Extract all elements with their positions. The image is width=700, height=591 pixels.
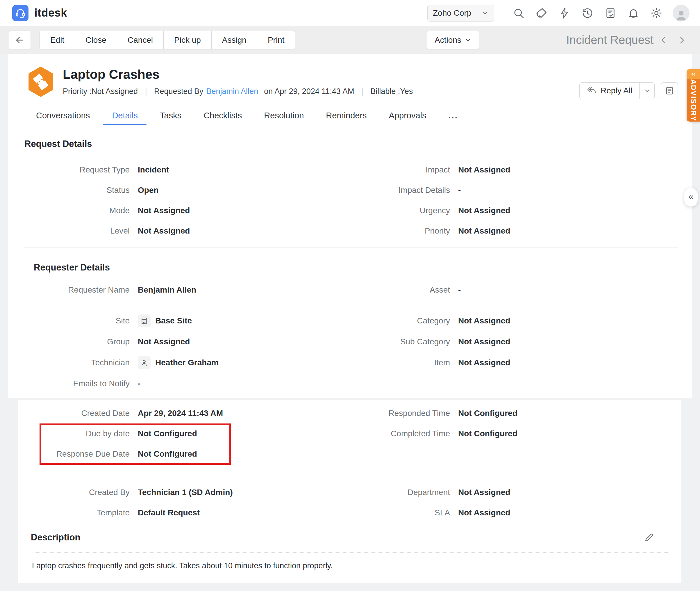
reply-all-button[interactable]: Reply All bbox=[580, 83, 639, 99]
section-divider bbox=[24, 248, 678, 248]
requester-details-grid: Site Base Site Category Not Assigned Gro… bbox=[8, 310, 692, 394]
reply-cluster: Reply All bbox=[579, 82, 678, 99]
field-value: Not Assigned bbox=[138, 337, 343, 346]
field-value: - bbox=[138, 379, 343, 388]
field-value: Not Assigned bbox=[458, 226, 692, 236]
advisory-collapse[interactable] bbox=[687, 69, 700, 79]
notifications-bell-icon[interactable] bbox=[627, 6, 640, 20]
field-value: Not Configured bbox=[138, 449, 343, 459]
tab-more[interactable]: ... bbox=[440, 106, 467, 125]
requested-on: on Apr 29, 2024 11:43 AM bbox=[264, 87, 354, 96]
building-icon bbox=[140, 317, 148, 325]
edit-description-button[interactable] bbox=[642, 531, 656, 544]
tab-tasks[interactable]: Tasks bbox=[151, 106, 190, 125]
dates-section: Created Date Apr 29, 2024 11:43 AM Respo… bbox=[18, 403, 681, 464]
search-icon[interactable] bbox=[512, 6, 525, 20]
field-value: - bbox=[458, 285, 692, 294]
request-title: Laptop Crashes bbox=[63, 67, 413, 82]
technician-value[interactable]: Heather Graham bbox=[155, 358, 219, 367]
field-value: Not Assigned bbox=[458, 206, 692, 215]
tab-conversations[interactable]: Conversations bbox=[27, 106, 98, 125]
field-value: Open bbox=[138, 186, 343, 195]
edit-button[interactable]: Edit bbox=[40, 31, 75, 50]
headset-icon bbox=[15, 8, 26, 19]
history-icon[interactable] bbox=[581, 6, 594, 20]
product-name: itdesk bbox=[34, 7, 67, 19]
field-value: Benjamin Allen bbox=[138, 285, 343, 294]
field-value: Not Assigned bbox=[458, 508, 681, 517]
requester-link[interactable]: Benjamin Allen bbox=[207, 87, 258, 96]
section-divider bbox=[27, 469, 673, 469]
page-type-label: Incident Request bbox=[566, 34, 653, 47]
top-bar: itdesk Zoho Corp bbox=[0, 0, 700, 26]
request-detail-card: Laptop Crashes Priority :Not Assigned | … bbox=[8, 54, 692, 398]
actionbar-right: Actions Incident Request bbox=[427, 31, 690, 50]
chevron-down-icon bbox=[481, 9, 489, 17]
site-chip bbox=[138, 314, 151, 327]
itdesk-logo[interactable] bbox=[12, 5, 28, 21]
description-header: Description bbox=[31, 530, 656, 545]
add-request-icon[interactable] bbox=[535, 6, 548, 20]
dates-grid: Created Date Apr 29, 2024 11:43 AM Respo… bbox=[18, 403, 681, 464]
org-selector[interactable]: Zoho Corp bbox=[427, 5, 494, 21]
field-label: Asset bbox=[351, 285, 450, 294]
close-button[interactable]: Close bbox=[75, 31, 117, 50]
feedback-icon[interactable] bbox=[604, 6, 617, 20]
field-value: Not Assigned bbox=[458, 337, 692, 346]
tab-resolution[interactable]: Resolution bbox=[255, 106, 312, 125]
settings-gear-icon[interactable] bbox=[650, 6, 663, 20]
right-panel-expand-button[interactable] bbox=[684, 188, 698, 206]
description-heading: Description bbox=[31, 532, 81, 543]
requester-top-grid: Requester Name Benjamin Allen Asset - bbox=[8, 280, 692, 300]
topbar-right-cluster: Zoho Corp bbox=[427, 5, 690, 21]
double-chevron-left-icon bbox=[690, 71, 697, 77]
double-chevron-left-icon bbox=[687, 193, 695, 201]
field-label: Impact Details bbox=[351, 186, 450, 195]
field-label: Created By bbox=[18, 488, 130, 497]
reply-options-caret[interactable] bbox=[639, 83, 654, 99]
field-label: Level bbox=[8, 226, 130, 236]
print-button[interactable]: Print bbox=[257, 31, 295, 50]
request-details-grid: Request Type Incident Impact Not Assigne… bbox=[8, 160, 692, 241]
advisory-tab[interactable]: ADVISORY bbox=[687, 69, 700, 122]
billable-value: Yes bbox=[400, 87, 413, 96]
field-label: SLA bbox=[351, 508, 450, 517]
instant-actions-icon[interactable] bbox=[558, 6, 571, 20]
assign-button[interactable]: Assign bbox=[211, 31, 257, 50]
field-value: Not Assigned bbox=[458, 165, 692, 175]
priority-value: Not Assigned bbox=[92, 87, 138, 96]
tab-bar: Conversations Details Tasks Checklists R… bbox=[8, 106, 692, 125]
previous-request-button[interactable] bbox=[656, 32, 672, 48]
action-bar: Edit Close Cancel Pick up Assign Print A… bbox=[0, 26, 700, 54]
site-value[interactable]: Base Site bbox=[155, 316, 192, 325]
request-subtitle: Priority :Not Assigned | Requested By Be… bbox=[63, 86, 413, 96]
actions-dropdown-label: Actions bbox=[435, 36, 461, 45]
next-request-button[interactable] bbox=[674, 32, 690, 48]
back-button[interactable] bbox=[9, 30, 31, 50]
user-avatar[interactable] bbox=[673, 5, 690, 21]
title-block: Laptop Crashes Priority :Not Assigned | … bbox=[63, 67, 413, 97]
field-value: Heather Graham bbox=[138, 356, 343, 369]
field-label: Impact bbox=[351, 165, 450, 175]
field-label: Status bbox=[8, 186, 130, 195]
field-value: Not Configured bbox=[138, 429, 343, 438]
incident-ticket-icon bbox=[26, 67, 55, 97]
tab-checklists[interactable]: Checklists bbox=[195, 106, 251, 125]
field-value: Technician 1 (SD Admin) bbox=[138, 488, 343, 497]
tab-reminders[interactable]: Reminders bbox=[317, 106, 375, 125]
tab-details[interactable]: Details bbox=[103, 106, 147, 125]
pickup-button[interactable]: Pick up bbox=[163, 31, 212, 50]
cancel-button[interactable]: Cancel bbox=[117, 31, 164, 50]
field-label: Completed Time bbox=[351, 429, 450, 438]
actions-dropdown-button[interactable]: Actions bbox=[427, 31, 479, 50]
requested-by-label: Requested By bbox=[154, 87, 204, 96]
tab-approvals[interactable]: Approvals bbox=[380, 106, 435, 125]
field-value: Not Configured bbox=[458, 409, 681, 418]
field-label: Urgency bbox=[351, 206, 450, 215]
field-value: Not Configured bbox=[458, 429, 681, 438]
chevron-right-icon bbox=[677, 36, 686, 45]
add-note-button[interactable] bbox=[661, 82, 678, 99]
request-action-buttons: Edit Close Cancel Pick up Assign Print bbox=[40, 31, 295, 50]
request-details-heading: Request Details bbox=[24, 139, 692, 149]
pencil-icon bbox=[644, 532, 654, 543]
